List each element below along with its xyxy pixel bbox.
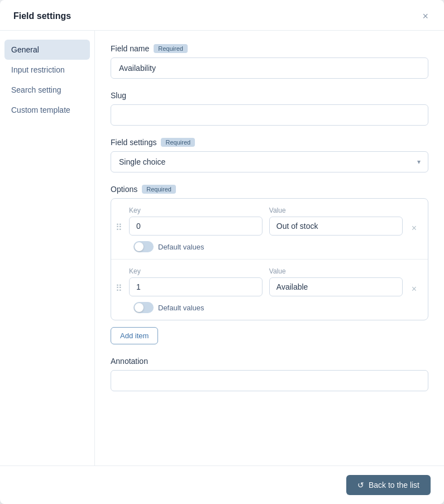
key-input-1[interactable] xyxy=(129,277,262,296)
value-label-0: Value xyxy=(269,207,403,214)
key-field-group-1: Key xyxy=(129,267,262,296)
options-group: Options Required ⠿ Key Valu xyxy=(111,185,428,344)
value-field-group-0: Value xyxy=(269,207,403,236)
remove-1-icon: × xyxy=(412,284,417,294)
annotation-group: Annotation xyxy=(111,357,428,391)
field-settings-modal: Field settings × General Input restricti… xyxy=(0,0,444,504)
options-label: Options Required xyxy=(111,185,428,194)
field-settings-required-badge: Required xyxy=(161,138,195,147)
field-settings-group: Field settings Required Single choice ▾ xyxy=(111,138,428,172)
slug-label: Slug xyxy=(111,91,428,100)
key-label-1: Key xyxy=(129,267,262,275)
field-name-input[interactable] xyxy=(111,57,428,79)
modal-body: General Input restriction Search setting… xyxy=(0,31,444,465)
key-field-group-0: Key xyxy=(129,207,262,236)
option-row-1: ⠿ Key Value × xyxy=(111,260,428,320)
remove-0-icon: × xyxy=(412,223,417,233)
sidebar: General Input restriction Search setting… xyxy=(0,31,95,465)
default-values-label-0: Default values xyxy=(158,243,204,251)
field-settings-select[interactable]: Single choice xyxy=(111,151,428,172)
option-fields-1: ⠿ Key Value × xyxy=(116,267,419,296)
value-label-1: Value xyxy=(269,267,403,275)
sidebar-item-search-setting[interactable]: Search setting xyxy=(0,80,94,100)
slug-input[interactable] xyxy=(111,104,428,126)
sidebar-item-general[interactable]: General xyxy=(4,40,90,60)
drag-handle-0[interactable]: ⠿ xyxy=(116,222,122,233)
default-toggle-1[interactable] xyxy=(133,302,154,313)
default-values-row-0: Default values xyxy=(116,241,419,252)
field-settings-select-wrapper: Single choice ▾ xyxy=(111,151,428,172)
default-values-label-1: Default values xyxy=(158,304,204,312)
default-toggle-0[interactable] xyxy=(133,241,154,252)
modal-footer: ↺ Back to the list xyxy=(0,465,444,504)
remove-option-1-button[interactable]: × xyxy=(409,283,419,295)
options-required-badge: Required xyxy=(142,185,176,194)
add-item-button[interactable]: Add item xyxy=(111,327,158,344)
option-row-0: ⠿ Key Value × xyxy=(111,199,428,260)
modal-header: Field settings × xyxy=(0,0,444,31)
close-icon: × xyxy=(422,11,428,22)
back-to-list-button[interactable]: ↺ Back to the list xyxy=(346,475,431,495)
remove-option-0-button[interactable]: × xyxy=(409,222,419,234)
close-button[interactable]: × xyxy=(420,10,431,22)
field-settings-label: Field settings Required xyxy=(111,138,428,147)
modal-title: Field settings xyxy=(13,11,71,21)
back-icon: ↺ xyxy=(357,481,364,489)
field-name-group: Field name Required xyxy=(111,44,428,79)
sidebar-item-input-restriction[interactable]: Input restriction xyxy=(0,60,94,80)
slug-group: Slug xyxy=(111,91,428,126)
key-label-0: Key xyxy=(129,207,262,214)
value-input-1[interactable] xyxy=(269,277,403,296)
annotation-input[interactable] xyxy=(111,370,428,391)
sidebar-item-custom-template[interactable]: Custom template xyxy=(0,100,94,120)
main-content: Field name Required Slug Field settings … xyxy=(95,31,444,465)
annotation-label: Annotation xyxy=(111,357,428,366)
value-input-0[interactable] xyxy=(269,217,403,236)
options-container: ⠿ Key Value × xyxy=(111,198,428,320)
key-input-0[interactable] xyxy=(129,217,262,236)
option-fields-0: ⠿ Key Value × xyxy=(116,207,419,236)
value-field-group-1: Value xyxy=(269,267,403,296)
drag-handle-1[interactable]: ⠿ xyxy=(116,283,122,294)
field-name-required-badge: Required xyxy=(154,44,188,53)
field-name-label: Field name Required xyxy=(111,44,428,53)
default-values-row-1: Default values xyxy=(116,302,419,313)
